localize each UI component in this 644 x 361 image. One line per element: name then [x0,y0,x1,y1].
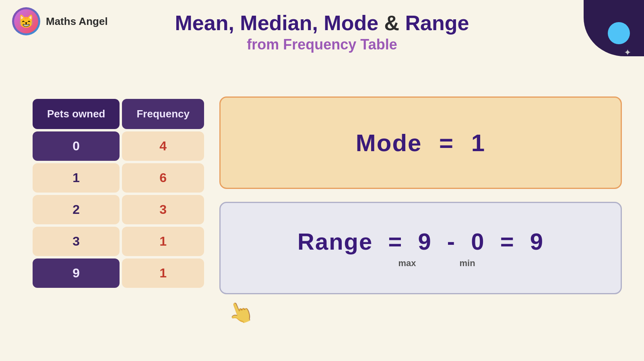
sub-title: from Frequency Table [175,36,469,53]
table-cell-pets: 0 [33,131,120,161]
range-eq2: = [500,228,515,254]
range-max-val: 9 [418,228,431,254]
deco-star-icon: ✦ [624,47,631,58]
mode-label: Mode [356,129,422,156]
table-row: 16 [33,163,204,193]
range-equation: Range = 9 - 0 = 9 [297,228,544,255]
range-result: 9 [530,228,544,254]
logo-circle: 😸 [12,7,40,35]
table-cell-pets: 9 [33,258,120,288]
mode-value: 1 [471,129,485,156]
logo-text: Maths Angel [46,15,108,28]
table-cell-frequency: 1 [122,227,204,256]
title-and: & [384,11,405,35]
header: 😸 Maths Angel [0,0,120,43]
mode-equation: Mode = 1 [356,129,485,157]
table-cell-pets: 3 [33,227,120,256]
deco-circle-blue [608,22,630,44]
range-labels: max min [398,258,475,269]
table-header-pets: Pets owned [33,99,120,129]
frequency-table-container: Pets owned Frequency 0416233191 [30,96,206,290]
mode-equals: = [439,129,454,156]
table-header-frequency: Frequency [122,99,204,129]
table-row: 91 [33,258,204,288]
range-minus: - [447,228,456,254]
title-range: Range [405,11,469,35]
main-title: Mean, Median, Mode & Range [175,11,469,35]
top-right-decoration: ✦ [564,0,644,72]
range-eq1: = [388,228,402,254]
range-label: Range [297,228,373,254]
range-max-label: max [398,258,416,269]
logo-image: 😸 [14,9,38,33]
table-cell-frequency: 4 [122,131,204,161]
title-area: Mean, Median, Mode & Range from Frequenc… [175,11,469,53]
table-row: 31 [33,227,204,256]
hand-cursor-icon: 👆 [224,297,257,329]
table-cell-frequency: 6 [122,163,204,193]
table-row: 23 [33,195,204,224]
table-cell-frequency: 3 [122,195,204,224]
table-cell-pets: 1 [33,163,120,193]
table-row: 04 [33,131,204,161]
range-min-label: min [459,258,475,269]
title-mean-median-mode: Mean, Median, Mode [175,11,384,35]
table-cell-pets: 2 [33,195,120,224]
mode-box: Mode = 1 [219,96,622,189]
range-min-val: 0 [471,228,485,254]
range-box: Range = 9 - 0 = 9 max min [219,202,622,294]
frequency-table: Pets owned Frequency 0416233191 [30,96,206,290]
table-cell-frequency: 1 [122,258,204,288]
